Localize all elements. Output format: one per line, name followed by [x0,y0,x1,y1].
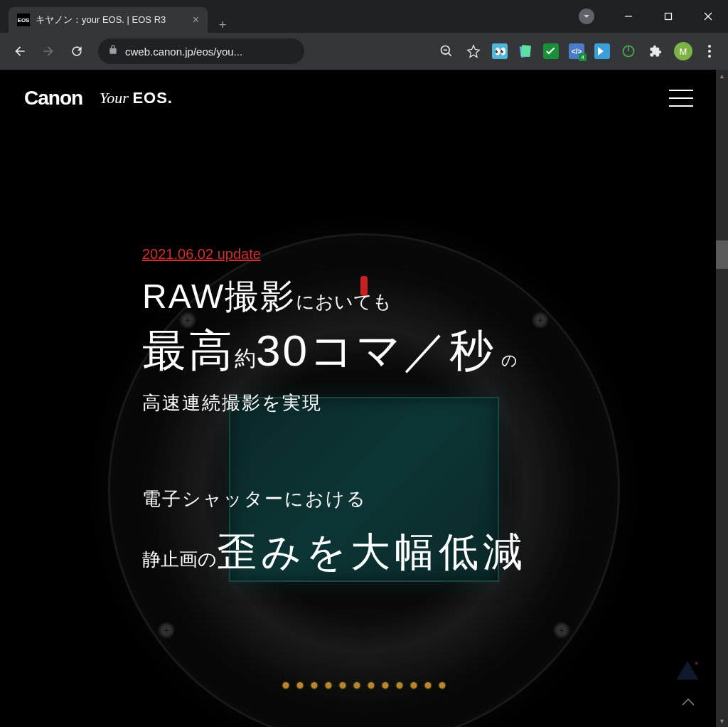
extension-icon-4[interactable]: </> 4 [569,43,584,59]
headline-5: 静止画の歪みを大幅低減 [142,526,700,580]
tab-strip: EOS キヤノン：your EOS. | EOS R3 × + [0,0,238,33]
forward-button[interactable] [36,38,61,64]
svg-rect-8 [521,45,531,57]
your-eos-logo[interactable]: Your EOS. [100,89,173,107]
tab-title: キヤノン：your EOS. | EOS R3 [36,14,187,26]
power-icon[interactable] [620,43,637,60]
window-titlebar: EOS キヤノン：your EOS. | EOS R3 × + [0,0,728,33]
scroll-up-arrow[interactable]: ▲ [716,70,728,82]
scroll-down-arrow[interactable]: ▼ [716,715,728,727]
profile-avatar[interactable]: M [674,42,692,60]
headline-1: RAW撮影においても [142,274,700,319]
browser-tab[interactable]: EOS キヤノン：your EOS. | EOS R3 × [9,7,208,33]
headline-3: 高速連続撮影を実現 [142,391,700,415]
logo-group: Canon Your EOS. [24,87,173,110]
extension-icon-2[interactable] [518,43,533,59]
close-window-button[interactable] [688,3,728,30]
extension-badge: 4 [579,53,587,61]
tab-favicon: EOS [17,14,30,26]
new-tab-button[interactable]: + [208,18,238,33]
extension-icon-3[interactable] [543,43,559,59]
zoom-icon[interactable] [438,43,455,60]
vertical-scrollbar[interactable]: ▲ ▼ [716,70,728,727]
extensions-puzzle-icon[interactable] [647,43,664,60]
svg-rect-1 [665,14,672,20]
canon-logo[interactable]: Canon [24,87,82,110]
close-tab-icon[interactable]: × [193,14,199,26]
hamburger-menu-button[interactable] [666,87,696,110]
page-viewport: Canon Your EOS. 2021.06.02 update RAW撮影に… [0,70,728,727]
minimize-button[interactable] [609,3,648,30]
browser-toolbar: cweb.canon.jp/eos/you... 👀 </> 4 M [0,33,728,70]
scroll-to-top-button[interactable] [674,689,702,717]
watermark-icon [673,657,702,687]
url-text: cweb.canon.jp/eos/you... [125,46,242,58]
maximize-button[interactable] [648,3,688,30]
address-bar[interactable]: cweb.canon.jp/eos/you... [98,38,304,64]
headline-4: 電子シャッターにおける [142,487,700,511]
reload-button[interactable] [64,38,90,64]
extension-icon-1[interactable]: 👀 [492,43,508,59]
hero-content: 2021.06.02 update RAW撮影においても 最高約30コマ／秒 の… [142,246,700,580]
extension-icon-5[interactable] [594,43,610,59]
svg-line-5 [449,53,451,56]
window-controls [609,3,728,30]
svg-point-11 [695,662,698,664]
browser-menu-button[interactable] [702,45,717,58]
tab-search-button[interactable] [579,9,594,24]
headline-2: 最高約30コマ／秒 の [142,321,700,381]
scroll-thumb[interactable] [716,240,728,269]
update-date-link[interactable]: 2021.06.02 update [142,246,261,262]
site-header: Canon Your EOS. [0,70,716,127]
bookmark-star-icon[interactable] [465,43,482,60]
back-button[interactable] [7,38,33,64]
lock-icon [108,45,118,58]
